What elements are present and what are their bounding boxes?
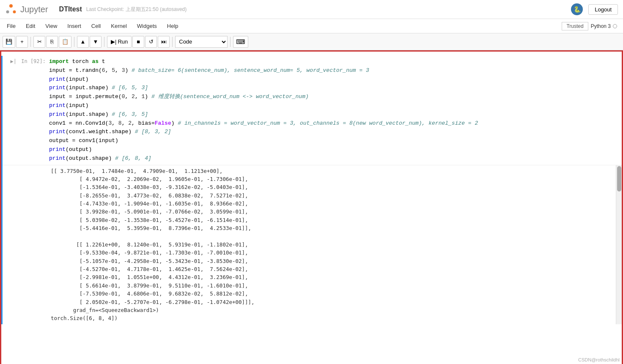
cell-source-code[interactable]: import torch as t input = t.randn(6, 5, … [49, 56, 622, 165]
move-down-button[interactable]: ▼ [90, 36, 102, 48]
checkpoint-info: Last Checkpoint: 上星期五21:50 (autosaved) [86, 6, 187, 13]
code-line-12: print(output.shape) # [6, 8, 4] [49, 154, 620, 163]
code-line-5: input = input.permute(0, 2, 1) # 维度转换(se… [49, 93, 620, 101]
toolbar-separator-3 [104, 37, 104, 47]
svg-text:🐍: 🐍 [574, 6, 581, 13]
top-right-controls: 🐍 Logout [571, 3, 618, 16]
cell-output-scroll[interactable]: [[ 3.7750e-01, 1.7484e-01, 4.7909e-01, 1… [49, 165, 622, 324]
run-label: Run [118, 38, 128, 45]
toolbar-separator-2 [74, 37, 74, 47]
save-button[interactable]: 💾 [3, 36, 15, 48]
menu-view[interactable]: View [40, 20, 62, 32]
code-line-6: print(input) [49, 101, 620, 110]
code-cell[interactable]: ▶| In [92]: import torch as t input = t.… [1, 56, 622, 324]
kernel-info: Python 3 [591, 23, 621, 29]
toolbar-separator-5 [230, 37, 231, 47]
svg-point-1 [13, 11, 16, 14]
move-up-button[interactable]: ▲ [77, 36, 89, 48]
menu-widgets[interactable]: Widgets [132, 20, 162, 32]
paste-button[interactable]: 📋 [59, 36, 71, 48]
jupyter-icon [5, 3, 17, 15]
run-icon: ▶| [111, 38, 116, 45]
python-logo-icon: 🐍 [571, 3, 583, 16]
scrollbar-track[interactable] [616, 165, 622, 324]
kernel-status-circle [613, 24, 617, 28]
menu-bar: File Edit View Insert Cell Kernel Widget… [0, 19, 623, 33]
code-line-1: import torch as t [49, 57, 620, 66]
cell-output-label [3, 165, 49, 169]
cell-run-indicator: ▶| [11, 58, 16, 64]
menu-edit[interactable]: Edit [21, 20, 40, 32]
code-line-9: print(conv1.weight.shape) # [8, 3, 2] [49, 128, 620, 137]
restart-button[interactable]: ↺ [145, 36, 157, 48]
menu-kernel[interactable]: Kernel [106, 20, 132, 32]
code-line-10: output = conv1(input) [49, 137, 620, 145]
toolbar: 💾 + ✂ ⎘ 📋 ▲ ▼ ▶| Run ■ ↺ ⏭ Code Markdown… [0, 33, 623, 50]
cell-output-area: [[ 3.7750e-01, 1.7484e-01, 4.7909e-01, 1… [3, 165, 622, 324]
notebook-name[interactable]: DTItest [59, 5, 82, 13]
cut-button[interactable]: ✂ [33, 36, 45, 48]
cell-input-area: ▶| In [92]: import torch as t input = t.… [3, 56, 622, 165]
jupyter-brand-text: Jupyter [20, 5, 48, 14]
restart-run-button[interactable]: ⏭ [158, 36, 170, 48]
keyboard-button[interactable]: ⌨ [233, 36, 248, 48]
menu-insert[interactable]: Insert [62, 20, 86, 32]
stop-button[interactable]: ■ [132, 36, 144, 48]
svg-point-2 [6, 11, 9, 14]
logout-button[interactable]: Logout [588, 4, 618, 15]
toolbar-separator-4 [172, 37, 173, 47]
add-cell-button[interactable]: + [16, 36, 28, 48]
run-button[interactable]: ▶| Run [107, 36, 132, 48]
code-line-11: print(output) [49, 145, 620, 154]
toolbar-separator-1 [30, 37, 31, 47]
trusted-badge[interactable]: Trusted [562, 22, 588, 30]
code-line-2: input = t.randn(6, 5, 3) # batch_size= 6… [49, 66, 620, 75]
code-line-8: conv1 = nn.Conv1d(3, 8, 2, bias=False) #… [49, 119, 620, 128]
code-line-7: print(input.shape) # [6, 3, 5] [49, 110, 620, 119]
notebook-area: ▶| In [92]: import torch as t input = t.… [0, 50, 623, 364]
cell-type-select[interactable]: Code Markdown Raw NBConvert [175, 36, 228, 48]
output-text: [[ 3.7750e-01, 1.7484e-01, 4.7909e-01, 1… [51, 167, 613, 323]
code-line-3: print(input) [49, 75, 620, 84]
watermark: CSDN@rothschildhl [578, 357, 620, 362]
svg-point-0 [9, 4, 13, 8]
scrollbar-thumb[interactable] [617, 166, 621, 192]
copy-button[interactable]: ⎘ [46, 36, 58, 48]
jupyter-logo: Jupyter [5, 3, 53, 15]
cell-execution-count: ▶| In [92]: [3, 56, 49, 67]
top-header: Jupyter DTItest Last Checkpoint: 上星期五21:… [0, 0, 623, 19]
code-line-4: print(input.shape) # [6, 5, 3] [49, 84, 620, 93]
menu-cell[interactable]: Cell [86, 20, 106, 32]
menu-help[interactable]: Help [162, 20, 184, 32]
menu-file[interactable]: File [2, 20, 21, 32]
